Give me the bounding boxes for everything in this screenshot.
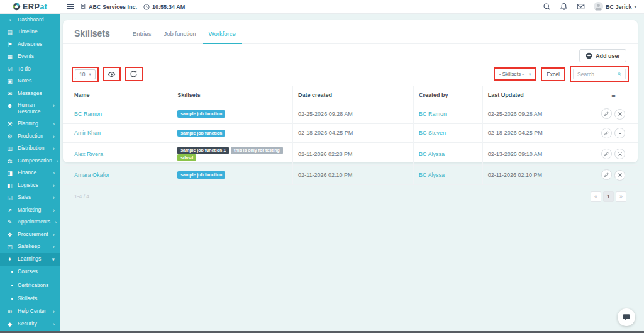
sidebar-item-messages[interactable]: ✉Messages <box>0 87 60 100</box>
sidebar-item-events[interactable]: ▦Events <box>0 51 60 64</box>
skillset-badge: sample job function 1 <box>177 147 229 154</box>
sidebar-item-label: Help Center <box>18 308 48 315</box>
company-selector[interactable]: ABC Services Inc. <box>80 3 137 10</box>
annotation-box-search <box>570 66 629 82</box>
skillsets-cell: sample job function <box>172 123 293 143</box>
page-size-select[interactable]: 10 ▾ <box>75 69 96 79</box>
distribution-icon: ◫ <box>6 145 13 152</box>
sidebar-item-help-center[interactable]: ⊕Help Center› <box>0 306 60 319</box>
toggle-columns-button[interactable] <box>106 69 118 79</box>
table-row: BC Ramonsample job function02-25-2026 09… <box>63 104 638 124</box>
search-icon[interactable] <box>618 71 621 77</box>
annotation-box-refresh <box>125 67 143 81</box>
chevron-right-icon: › <box>53 308 56 315</box>
sidebar-item-label: Timeline <box>18 29 56 35</box>
refresh-button[interactable] <box>128 69 140 79</box>
created-by-link[interactable]: BC Steven <box>419 130 446 136</box>
app-logo[interactable]: ERPat <box>0 2 60 11</box>
notes-icon: ▣ <box>6 78 13 84</box>
sidebar-item-planning[interactable]: ⚒Planning› <box>0 118 60 130</box>
sidebar-item-label: Human Resource <box>18 103 48 115</box>
logo-gear-icon <box>13 3 21 11</box>
production-icon: ⚙ <box>6 133 13 140</box>
row-name-link[interactable]: Amir Khan <box>74 130 101 136</box>
sidebar-item-appointments[interactable]: ✎Appointments› <box>0 217 60 229</box>
sidebar-item-advisories[interactable]: ⚑Advisories <box>0 38 60 51</box>
edit-button[interactable] <box>601 149 612 159</box>
sidebar-item-production[interactable]: ⚙Production› <box>0 130 60 143</box>
sidebar-item-label: Production <box>18 133 48 140</box>
sidebar-item-finance[interactable]: ◨Finance› <box>0 167 60 180</box>
created-by-link[interactable]: BC Alyssa <box>419 151 445 157</box>
chevron-down-icon: ▾ <box>89 72 91 77</box>
chevron-down-icon: ▾ <box>529 72 531 77</box>
chevron-right-icon: › <box>53 121 56 127</box>
delete-button[interactable] <box>614 170 625 181</box>
created-by-link[interactable]: BC Alyssa <box>419 172 445 178</box>
sidebar-item-notes[interactable]: ▣Notes <box>0 76 60 88</box>
sidebar-item-timeline[interactable]: ▤Timeline <box>0 26 60 39</box>
chat-fab-button[interactable] <box>618 308 635 326</box>
created-by-link[interactable]: BC Ramon <box>419 111 447 117</box>
row-name-link[interactable]: BC Ramon <box>74 111 102 117</box>
sidebar-item-procurement[interactable]: ❖Procurement› <box>0 229 60 241</box>
tab-job-function[interactable]: Job function <box>157 26 202 43</box>
sidebar-item-safekeep[interactable]: ◰Safekeep› <box>0 241 60 254</box>
procurement-icon: ❖ <box>6 232 13 238</box>
excel-export-button[interactable]: Excel <box>544 70 562 79</box>
row-name-link[interactable]: Amara Okafor <box>74 172 109 178</box>
sidebar-item-human-resource[interactable]: ☻Human Resource› <box>0 100 60 118</box>
mail-icon[interactable] <box>577 3 585 11</box>
edit-pencil-icon <box>604 172 609 178</box>
pagination-page-1[interactable]: 1 <box>603 191 614 202</box>
sidebar-item-logistics[interactable]: ◧Logistics› <box>0 179 60 192</box>
pagination-prev-button[interactable]: « <box>591 191 601 202</box>
actions-cell <box>589 166 638 185</box>
tab-entries[interactable]: Entries <box>126 26 158 43</box>
edit-button[interactable] <box>601 169 612 180</box>
sidebar-item-certifications[interactable]: •Certifications <box>0 279 60 292</box>
sidebar-item-skillsets[interactable]: •Skillsets <box>0 293 60 306</box>
sidebar-item-courses[interactable]: •Courses <box>0 266 60 279</box>
messages-icon: ✉ <box>6 91 13 97</box>
skillsets-filter-select[interactable]: - Skillsets - ▾ <box>497 70 533 78</box>
sidebar-item-label: Security <box>18 321 48 327</box>
delete-button[interactable] <box>614 149 625 159</box>
notifications-bell-icon[interactable] <box>560 3 568 11</box>
add-user-button[interactable]: Add user <box>579 49 626 62</box>
edit-button[interactable] <box>601 108 612 119</box>
chevron-right-icon: › <box>55 219 58 225</box>
last-updated-cell: 02-11-2026 02:10 PM <box>482 166 589 185</box>
sidebar-item-todo[interactable]: ☑To do <box>0 63 60 76</box>
sidebar-item-sales[interactable]: ◱Sales› <box>0 192 60 205</box>
tab-workforce[interactable]: Workforce <box>203 26 242 44</box>
table-body: BC Ramonsample job function02-25-2026 09… <box>63 104 638 185</box>
sidebar-item-label: Procurement <box>18 232 48 238</box>
sidebar-item-compensation[interactable]: ⚖Compensation› <box>0 155 60 167</box>
delete-button[interactable] <box>614 128 625 138</box>
sidebar-item-security[interactable]: ◆Security› <box>0 318 60 330</box>
column-header: Name <box>63 86 172 104</box>
sidebar-item-label: Dashboard <box>18 17 56 23</box>
sidebar-item-label: Logistics <box>18 183 48 189</box>
sidebar-item-distribution[interactable]: ◫Distribution› <box>0 143 60 155</box>
column-menu-icon[interactable]: ≡ <box>589 86 638 104</box>
marketing-icon: ↗ <box>6 207 13 213</box>
edit-button[interactable] <box>601 128 612 138</box>
search-input[interactable] <box>577 71 618 77</box>
sidebar-item-label: Finance <box>18 170 48 176</box>
sidebar-item-learnings[interactable]: ✦Learnings▾ <box>0 253 60 266</box>
sidebar-item-label: To do <box>18 66 56 72</box>
sidebar-item-marketing[interactable]: ↗Marketing› <box>0 204 60 217</box>
pagination-next-button[interactable]: » <box>616 191 626 202</box>
table-row: Amir Khansample job function02-18-2026 0… <box>63 123 638 143</box>
hamburger-icon[interactable] <box>67 4 74 9</box>
search-icon[interactable] <box>543 3 551 11</box>
user-menu[interactable]: BC Jerick ▾ <box>594 2 636 11</box>
row-name-link[interactable]: Alex Rivera <box>74 151 103 157</box>
skillset-badge: sample job function <box>177 130 225 137</box>
sidebar-item-dashboard[interactable]: ◔Dashboard <box>0 14 60 26</box>
date-created-cell: 02-11-2026 02:28 PM <box>293 143 414 166</box>
delete-button[interactable] <box>614 109 625 120</box>
last-updated-cell: 02-18-2026 04:25 PM <box>482 123 589 143</box>
